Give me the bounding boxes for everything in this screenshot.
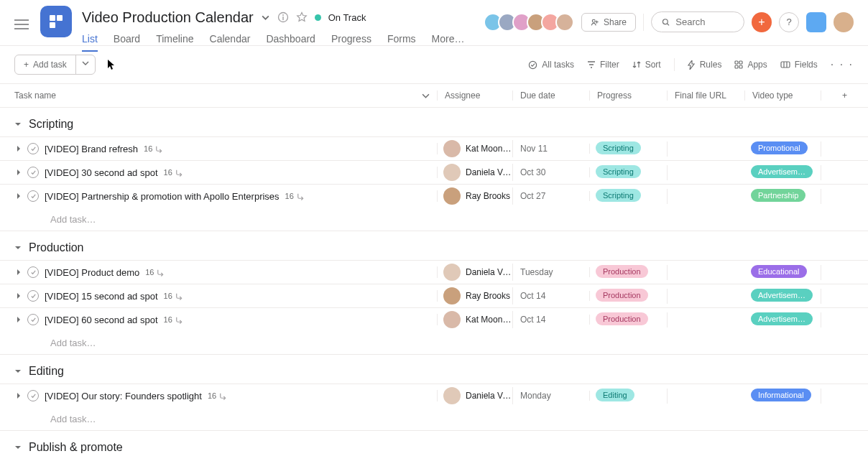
svg-rect-11 <box>735 65 738 68</box>
tab-list[interactable]: List <box>82 33 98 52</box>
video-type-cell[interactable]: Advertisem… <box>745 312 821 327</box>
task-row[interactable]: [VIDEO] Partnership & promotion with Apo… <box>0 184 868 208</box>
all-tasks-button[interactable]: All tasks <box>528 60 574 70</box>
expand-subtasks-icon[interactable] <box>16 145 22 152</box>
task-row[interactable]: [VIDEO] Product demo16Daniela Var…Tuesda… <box>0 260 868 284</box>
rules-button[interactable]: Rules <box>688 60 722 70</box>
progress-cell[interactable]: Editing <box>590 389 668 404</box>
star-icon[interactable] <box>296 11 308 23</box>
complete-checkbox[interactable] <box>27 290 39 302</box>
complete-checkbox[interactable] <box>27 143 39 154</box>
progress-cell[interactable]: Production <box>590 265 668 280</box>
due-cell[interactable]: Oct 14 <box>513 315 590 325</box>
section-header-scripting[interactable]: Scripting <box>0 108 868 136</box>
assignee-cell[interactable]: Ray Brooks <box>438 287 513 305</box>
search-field[interactable] <box>651 11 744 32</box>
complete-checkbox[interactable] <box>27 266 39 278</box>
complete-checkbox[interactable] <box>27 167 39 178</box>
video-type-cell[interactable]: Informational <box>745 389 821 404</box>
chevron-down-icon[interactable] <box>422 92 430 100</box>
video-type-cell[interactable]: Advertisem… <box>745 165 821 180</box>
progress-cell[interactable]: Production <box>590 312 668 327</box>
column-final-file-url[interactable]: Final file URL <box>668 90 745 101</box>
filter-button[interactable]: Filter <box>587 60 619 70</box>
column-video-type[interactable]: Video type <box>745 90 821 101</box>
due-cell[interactable]: Monday <box>513 391 590 401</box>
member-avatar[interactable] <box>555 13 574 32</box>
sort-button[interactable]: Sort <box>632 60 661 70</box>
expand-subtasks-icon[interactable] <box>16 192 22 200</box>
tab-dashboard[interactable]: Dashboard <box>266 33 315 52</box>
progress-cell[interactable]: Scripting <box>590 141 668 157</box>
video-type-cell[interactable]: Promotional <box>745 141 821 157</box>
section-header-production[interactable]: Production <box>0 231 868 260</box>
tab-calendar[interactable]: Calendar <box>210 33 251 52</box>
menu-hamburger[interactable] <box>11 14 32 34</box>
due-cell[interactable]: Oct 27 <box>513 191 590 201</box>
column-task-name[interactable]: Task name <box>0 90 438 101</box>
complete-checkbox[interactable] <box>27 190 39 202</box>
expand-subtasks-icon[interactable] <box>16 269 22 276</box>
add-task-dropdown[interactable] <box>75 55 95 74</box>
add-task-button[interactable]: + Add task <box>15 55 75 74</box>
share-button[interactable]: Share <box>581 13 636 32</box>
info-icon[interactable] <box>277 11 289 23</box>
apps-button[interactable]: Apps <box>734 60 767 70</box>
tab-forms[interactable]: Forms <box>387 33 416 52</box>
column-progress[interactable]: Progress <box>590 90 668 101</box>
tab-board[interactable]: Board <box>114 33 140 52</box>
due-cell[interactable]: Oct 30 <box>513 167 590 177</box>
add-column-button[interactable]: + <box>821 90 868 101</box>
project-title[interactable]: Video Production Calendar <box>82 9 254 26</box>
assignee-cell[interactable]: Daniela Var… <box>438 164 513 181</box>
complete-checkbox[interactable] <box>27 390 39 401</box>
assignee-cell[interactable]: Ray Brooks <box>438 187 513 205</box>
task-row[interactable]: [VIDEO] Brand refresh16Kat MooneyNov 11S… <box>0 136 868 160</box>
tab-progress[interactable]: Progress <box>331 33 371 52</box>
video-type-cell[interactable]: Educational <box>745 265 821 280</box>
progress-cell[interactable]: Scripting <box>590 189 668 204</box>
due-cell[interactable]: Oct 14 <box>513 291 590 301</box>
progress-cell[interactable]: Production <box>590 289 668 304</box>
add-task-inline[interactable]: Add task… <box>0 407 868 431</box>
help-button[interactable]: ? <box>779 12 799 32</box>
section-header-publish-promote[interactable]: Publish & promote <box>0 431 868 460</box>
global-add-button[interactable]: + <box>752 12 772 32</box>
video-type-pill: Advertisem… <box>751 165 813 178</box>
share-label: Share <box>604 17 627 27</box>
expand-subtasks-icon[interactable] <box>16 169 22 176</box>
task-row[interactable]: [VIDEO] 15 second ad spot16Ray BrooksOct… <box>0 284 868 307</box>
project-menu-dropdown[interactable] <box>261 13 270 22</box>
due-cell[interactable]: Nov 11 <box>513 144 590 154</box>
workspace-thumbnail[interactable] <box>806 12 826 32</box>
video-type-cell[interactable]: Advertisem… <box>745 289 821 304</box>
fields-button[interactable]: Fields <box>780 60 818 70</box>
expand-subtasks-icon[interactable] <box>16 392 22 399</box>
task-row[interactable]: [VIDEO] 30 second ad spot16Daniela Var…O… <box>0 160 868 184</box>
more-actions-button[interactable]: · · · <box>831 58 854 71</box>
tab-more[interactable]: More… <box>432 33 465 52</box>
member-avatars[interactable] <box>484 13 574 32</box>
tab-timeline[interactable]: Timeline <box>156 33 193 52</box>
column-due-date[interactable]: Due date <box>513 90 590 101</box>
column-assignee[interactable]: Assignee <box>438 90 513 101</box>
add-task-inline[interactable]: Add task… <box>0 331 868 355</box>
assignee-cell[interactable]: Kat Mooney <box>438 311 513 328</box>
status-label[interactable]: On Track <box>328 12 366 23</box>
expand-subtasks-icon[interactable] <box>16 316 22 323</box>
search-input[interactable] <box>675 17 734 27</box>
progress-cell[interactable]: Scripting <box>590 165 668 180</box>
assignee-cell[interactable]: Daniela Var… <box>438 264 513 281</box>
video-type-cell[interactable]: Partnership <box>745 189 821 204</box>
task-row[interactable]: [VIDEO] 60 second ad spot16Kat MooneyOct… <box>0 307 868 331</box>
task-row[interactable]: [VIDEO] Our story: Founders spotlight16D… <box>0 384 868 407</box>
section-header-editing[interactable]: Editing <box>0 355 868 384</box>
assignee-cell[interactable]: Daniela Var… <box>438 387 513 404</box>
task-name: [VIDEO] 15 second ad spot <box>45 291 158 302</box>
due-cell[interactable]: Tuesday <box>513 267 590 277</box>
assignee-cell[interactable]: Kat Mooney <box>438 140 513 157</box>
expand-subtasks-icon[interactable] <box>16 292 22 299</box>
complete-checkbox[interactable] <box>27 314 39 325</box>
profile-avatar[interactable] <box>834 12 854 32</box>
add-task-inline[interactable]: Add task… <box>0 208 868 231</box>
